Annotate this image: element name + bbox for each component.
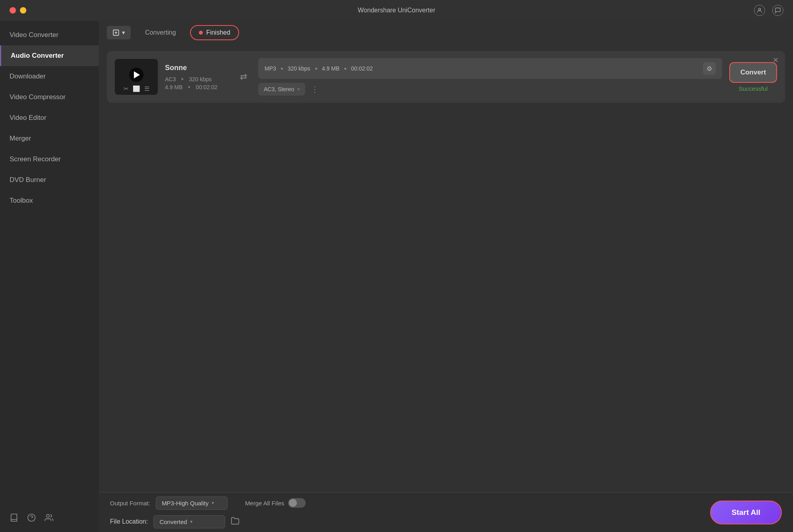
start-all-button[interactable]: Start All [710, 501, 782, 524]
close-card-button[interactable]: ✕ [773, 56, 779, 65]
output-format-select[interactable]: MP3-High Quality ▾ [156, 497, 228, 510]
sidebar-item-video-editor[interactable]: Video Editor [0, 108, 99, 128]
location-chevron-icon: ▾ [190, 519, 192, 524]
channel-dropdown[interactable]: AC3, Stereo ▾ [258, 83, 305, 96]
sidebar-item-merger[interactable]: Merger [0, 128, 99, 149]
tab-finished-label: Finished [206, 29, 230, 36]
svg-point-3 [47, 514, 49, 517]
output-settings: MP3 320 kbps 4.9 MB 00:02:02 ⚙ AC3, Ster… [258, 58, 722, 96]
users-icon[interactable] [45, 513, 53, 524]
chevron-down-icon: ▾ [297, 86, 300, 92]
tab-finished[interactable]: Finished [190, 25, 239, 40]
svg-point-0 [758, 8, 760, 10]
play-button[interactable] [129, 68, 143, 82]
add-file-label: ▾ [122, 29, 125, 36]
meta-dot-2 [188, 86, 190, 88]
sidebar-label-dvd-burner: DVD Burner [10, 176, 46, 184]
file-location-row: File Location: Converted ▾ [110, 515, 694, 528]
effects-icon[interactable]: ☰ [144, 85, 149, 92]
source-format: AC3 [165, 76, 176, 82]
close-window-btn[interactable] [10, 7, 16, 14]
open-folder-icon[interactable] [231, 516, 239, 527]
convert-button[interactable]: Convert [729, 62, 777, 83]
minimize-window-btn[interactable] [20, 7, 26, 14]
sidebar-label-screen-recorder: Screen Recorder [10, 155, 61, 163]
source-size: 4.9 MB [165, 84, 183, 90]
file-meta: AC3 320 kbps 4.9 MB 00:02:02 [165, 76, 229, 90]
add-file-button[interactable]: ▾ [107, 26, 131, 39]
meta-bullet-2 [315, 68, 317, 70]
meta-bullet-1 [281, 68, 283, 70]
file-list-area: ✕ ✂ ⬜ ☰ Sonne AC3 [99, 45, 793, 492]
book-icon[interactable] [10, 513, 18, 524]
sidebar: Video Converter Audio Converter Download… [0, 21, 99, 532]
file-location-select[interactable]: Converted ▾ [153, 515, 225, 528]
output-format-label: Output Format: [110, 500, 150, 507]
sidebar-item-video-compressor[interactable]: Video Compressor [0, 87, 99, 108]
help-icon[interactable] [27, 513, 36, 524]
file-location-value: Converted [159, 518, 187, 525]
source-bitrate: 320 kbps [189, 76, 212, 82]
channel-value: AC3, Stereo [264, 86, 294, 92]
sidebar-label-video-editor: Video Editor [10, 114, 46, 122]
merge-all-files-field: Merge All Files [245, 498, 306, 508]
file-meta-row-2: 4.9 MB 00:02:02 [165, 84, 229, 90]
convert-button-label: Convert [740, 68, 766, 76]
sidebar-label-toolbox: Toolbox [10, 197, 33, 205]
sidebar-item-downloader[interactable]: Downloader [0, 66, 99, 87]
output-format: MP3 [265, 65, 276, 72]
sidebar-item-toolbox[interactable]: Toolbox [0, 190, 99, 211]
bottom-controls: Output Format: MP3-High Quality ▾ Merge … [110, 497, 694, 528]
output-format-value: MP3-High Quality [162, 500, 209, 507]
convert-success-label: Successful [739, 85, 768, 92]
sidebar-item-dvd-burner[interactable]: DVD Burner [0, 170, 99, 190]
merge-all-files-label: Merge All Files [245, 500, 284, 507]
source-duration: 00:02:02 [196, 84, 218, 90]
sidebar-item-audio-converter[interactable]: Audio Converter [0, 45, 99, 66]
content-area: ▾ Converting Finished ✕ ✂ ⬜ [99, 21, 793, 532]
crop-icon[interactable]: ⬜ [133, 85, 140, 92]
tab-converting-label: Converting [145, 29, 176, 36]
sidebar-bottom [0, 505, 99, 532]
format-chevron-icon: ▾ [212, 500, 214, 506]
file-info: Sonne AC3 320 kbps 4.9 MB 00:02:02 [165, 64, 229, 90]
output-meta-row: MP3 320 kbps 4.9 MB 00:02:02 ⚙ [258, 58, 722, 79]
output-size: 4.9 MB [322, 65, 340, 72]
sidebar-item-video-converter[interactable]: Video Converter [0, 25, 99, 45]
thumbnail-controls: ✂ ⬜ ☰ [124, 85, 149, 92]
file-name: Sonne [165, 64, 229, 72]
sidebar-item-screen-recorder[interactable]: Screen Recorder [0, 149, 99, 170]
convert-section: Convert Successful [729, 62, 777, 92]
tabs-bar: ▾ Converting Finished [99, 21, 793, 45]
app-title: Wondershare UniConverter [358, 7, 435, 14]
file-location-label: File Location: [110, 518, 148, 525]
more-options-icon[interactable]: ⋮ [309, 84, 320, 94]
sidebar-label-audio-converter: Audio Converter [11, 52, 64, 60]
meta-bullet-3 [344, 68, 346, 70]
file-card: ✕ ✂ ⬜ ☰ Sonne AC3 [107, 51, 785, 103]
merge-toggle-thumb [289, 499, 297, 507]
output-format-field: Output Format: MP3-High Quality ▾ Merge … [110, 497, 694, 510]
sidebar-label-video-converter: Video Converter [10, 31, 59, 39]
settings-gear-button[interactable]: ⚙ [703, 62, 716, 75]
output-bitrate: 320 kbps [288, 65, 310, 72]
output-duration: 00:02:02 [351, 65, 373, 72]
finished-dot [199, 31, 203, 35]
message-icon[interactable] [772, 5, 783, 16]
sidebar-label-downloader: Downloader [10, 72, 46, 80]
start-all-label: Start All [732, 508, 760, 517]
tab-converting[interactable]: Converting [137, 25, 184, 40]
traffic-lights [10, 7, 26, 14]
bottom-bar: Output Format: MP3-High Quality ▾ Merge … [99, 492, 793, 532]
meta-dot-1 [181, 78, 183, 80]
convert-arrow-icon: ⇄ [236, 72, 251, 82]
file-meta-row-1: AC3 320 kbps [165, 76, 229, 82]
file-thumbnail: ✂ ⬜ ☰ [115, 59, 158, 95]
sidebar-label-video-compressor: Video Compressor [10, 93, 65, 101]
account-icon[interactable] [754, 5, 765, 16]
cut-icon[interactable]: ✂ [124, 85, 129, 92]
sidebar-label-merger: Merger [10, 135, 31, 143]
title-bar: Wondershare UniConverter [0, 0, 793, 21]
title-bar-icons [754, 5, 783, 16]
merge-toggle-track[interactable] [288, 498, 306, 508]
